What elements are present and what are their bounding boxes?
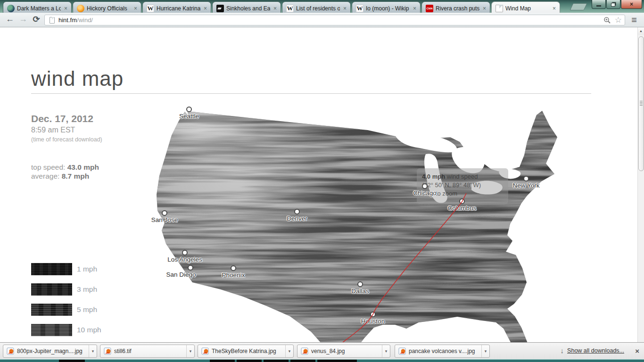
tab-close-icon[interactable]: × xyxy=(342,6,347,11)
city-dot xyxy=(182,250,188,255)
url-host: hint.fm xyxy=(58,16,77,24)
wind-map-canvas[interactable]: 4.0 mph wind speed (42° 50' N, 89° 48' W… xyxy=(0,27,637,362)
tab-title: Sinkholes and Ear xyxy=(226,5,270,12)
tab-close-icon[interactable]: × xyxy=(63,6,68,11)
tab-close-icon[interactable]: × xyxy=(482,6,487,11)
download-caret-icon[interactable]: ▾ xyxy=(89,345,97,357)
tab-rivera-crash[interactable]: CNN Rivera crash puts × xyxy=(421,1,490,13)
show-all-downloads-link[interactable]: Show all downloads... xyxy=(567,347,624,354)
tab-close-icon[interactable]: × xyxy=(133,6,138,11)
tab-bar: Dark Matters a Lo × Hickory Officials × … xyxy=(0,0,644,13)
download-item[interactable]: TheSkyBefore Katrina.jpg ▾ xyxy=(198,345,294,358)
city-marker-new-york: New York xyxy=(523,176,529,181)
restore-button[interactable] xyxy=(606,0,620,9)
download-arrow-icon: ↓ xyxy=(561,346,564,354)
scrollbar-grip xyxy=(640,101,643,106)
globe-icon xyxy=(7,5,15,12)
page-icon xyxy=(50,17,55,24)
address-bar[interactable]: hint.fm /wind/ ☆ xyxy=(44,15,625,25)
scrollbar-thumb[interactable] xyxy=(638,36,644,171)
city-marker-columbus: Columbus xyxy=(459,198,465,204)
taskbar-button[interactable] xyxy=(210,360,235,362)
cnn-icon: CNN xyxy=(426,5,433,12)
city-marker-chicago: Chicago xyxy=(422,183,428,189)
windows-taskbar-edge xyxy=(0,359,644,362)
tab-close-icon[interactable]: × xyxy=(412,6,417,11)
tab-title: Dark Matters a Lo xyxy=(17,5,61,12)
tab-close-icon[interactable]: × xyxy=(552,6,557,11)
us-map-svg xyxy=(0,27,637,362)
download-filename: pancake volcanoes v....jpg xyxy=(406,348,481,354)
tab-list-of-residents[interactable]: W List of residents o × xyxy=(282,1,351,13)
tab-sinkholes[interactable]: Sinkholes and Ear × xyxy=(212,1,281,13)
tab-title: Hurricane Katrina xyxy=(157,5,200,12)
scroll-up-arrow[interactable]: ▲ xyxy=(638,27,644,35)
download-caret-icon[interactable]: ▾ xyxy=(285,345,293,357)
city-marker-seattle: Seattle xyxy=(186,107,192,112)
city-label: New York xyxy=(512,182,539,189)
url-path: /wind/ xyxy=(77,16,93,24)
tooltip-speed-suffix: wind speed xyxy=(445,173,478,180)
city-label: Los Angeles xyxy=(167,256,202,263)
download-caret-icon[interactable]: ▾ xyxy=(382,345,390,357)
restore-icon xyxy=(611,3,615,7)
download-item[interactable]: venus_84.jpg ▾ xyxy=(297,345,390,358)
taskbar-button[interactable] xyxy=(290,360,315,362)
taskbar-button[interactable] xyxy=(317,360,357,362)
city-label: Phoenix xyxy=(222,272,245,279)
city-marker-dallas: Dallas xyxy=(357,281,363,287)
tab-io-moon[interactable]: W Io (moon) - Wikip × xyxy=(352,1,421,13)
tab-title: Io (moon) - Wikip xyxy=(366,5,410,12)
reload-button[interactable]: ⟳ xyxy=(30,14,42,25)
dark-photo-icon xyxy=(216,5,224,12)
download-filename: still6.tif xyxy=(111,348,186,354)
tab-close-icon[interactable]: × xyxy=(203,6,208,11)
zoom-icon[interactable] xyxy=(603,16,611,24)
image-file-icon xyxy=(301,347,308,355)
back-button[interactable]: ← xyxy=(4,14,16,24)
city-label: San Diego xyxy=(166,271,196,278)
city-label: San Jose xyxy=(151,216,178,223)
city-marker-los-angeles: Los Angeles xyxy=(182,250,188,255)
image-file-icon xyxy=(201,347,209,355)
downloads-bar-close-icon[interactable]: × xyxy=(635,347,639,355)
city-label: Houston xyxy=(361,318,385,325)
download-item[interactable]: pancake volcanoes v....jpg ▾ xyxy=(395,345,490,358)
minimize-button[interactable] xyxy=(592,0,606,9)
tab-close-icon[interactable]: × xyxy=(272,6,278,11)
city-dot xyxy=(294,209,300,214)
bookmark-star-icon[interactable]: ☆ xyxy=(615,15,622,25)
image-file-icon xyxy=(398,347,406,355)
tab-dark-matters[interactable]: Dark Matters a Lo × xyxy=(3,1,72,13)
close-button[interactable]: × xyxy=(621,0,642,9)
taskbar-button[interactable] xyxy=(264,360,289,362)
tab-title: Rivera crash puts xyxy=(436,5,479,12)
tab-hurricane-katrina[interactable]: W Hurricane Katrina × xyxy=(142,1,211,13)
taskbar-button[interactable] xyxy=(237,360,262,362)
tab-title: List of residents o xyxy=(296,5,340,12)
city-label: Seattle xyxy=(179,113,199,120)
forward-button[interactable]: → xyxy=(17,14,29,24)
download-item[interactable]: 800px-Jupiter_magn....jpg ▾ xyxy=(3,345,97,358)
download-caret-icon[interactable]: ▾ xyxy=(186,345,194,357)
taskbar-button[interactable] xyxy=(59,360,85,362)
download-filename: venus_84.jpg xyxy=(308,348,382,354)
download-caret-icon[interactable]: ▾ xyxy=(481,345,489,357)
city-marker-san-jose: San Jose xyxy=(162,210,167,216)
browser-toolbar: ← → ⟳ hint.fm /wind/ ☆ ≡ xyxy=(0,13,644,27)
wikipedia-icon: W xyxy=(147,5,154,12)
chrome-menu-button[interactable]: ≡ xyxy=(627,14,641,25)
tooltip-speed: 4.0 mph xyxy=(422,173,445,180)
download-filename: TheSkyBefore Katrina.jpg xyxy=(209,348,285,354)
city-label: Denver xyxy=(287,215,307,222)
city-dot xyxy=(357,281,363,287)
close-icon: × xyxy=(630,1,633,8)
tab-hickory-officials[interactable]: Hickory Officials × xyxy=(73,1,141,13)
new-tab-button[interactable] xyxy=(570,3,587,10)
city-label: Dallas xyxy=(351,288,369,295)
tab-wind-map[interactable]: Wind Map × xyxy=(491,1,560,13)
page-scrollbar[interactable]: ▲ xyxy=(637,27,644,342)
download-filename: 800px-Jupiter_magn....jpg xyxy=(14,348,89,354)
download-item[interactable]: still6.tif ▾ xyxy=(100,345,195,358)
image-file-icon xyxy=(104,347,111,355)
